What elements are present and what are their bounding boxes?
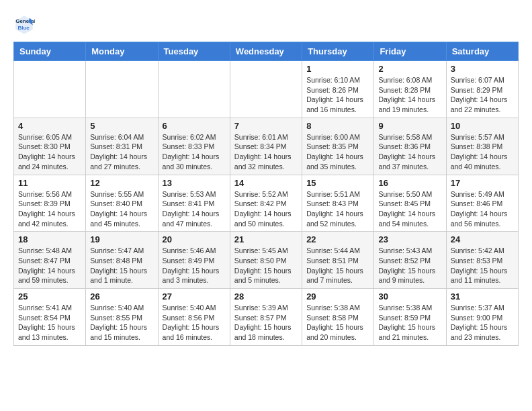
calendar-cell: 3Sunrise: 6:07 AM Sunset: 8:29 PM Daylig…: [446, 61, 518, 118]
day-number: 9: [378, 121, 441, 131]
logo: General Blue: [13, 13, 38, 35]
calendar-cell: 8Sunrise: 6:00 AM Sunset: 8:35 PM Daylig…: [302, 118, 374, 175]
day-info: Sunrise: 5:38 AM Sunset: 8:58 PM Dayligh…: [306, 303, 369, 342]
calendar-week-row: 1Sunrise: 6:10 AM Sunset: 8:26 PM Daylig…: [14, 61, 519, 118]
day-number: 8: [306, 121, 369, 131]
calendar-week-row: 25Sunrise: 5:41 AM Sunset: 8:54 PM Dayli…: [14, 289, 519, 346]
calendar-cell: 20Sunrise: 5:46 AM Sunset: 8:49 PM Dayli…: [158, 232, 230, 289]
calendar-cell: 9Sunrise: 5:58 AM Sunset: 8:36 PM Daylig…: [374, 118, 446, 175]
calendar-cell: 11Sunrise: 5:56 AM Sunset: 8:39 PM Dayli…: [14, 175, 86, 232]
day-info: Sunrise: 6:04 AM Sunset: 8:31 PM Dayligh…: [90, 132, 153, 172]
calendar-week-row: 11Sunrise: 5:56 AM Sunset: 8:39 PM Dayli…: [14, 175, 519, 232]
calendar-cell: 26Sunrise: 5:40 AM Sunset: 8:55 PM Dayli…: [86, 289, 158, 346]
day-number: 21: [234, 234, 298, 244]
day-number: 12: [90, 178, 153, 188]
calendar-cell: 18Sunrise: 5:48 AM Sunset: 8:47 PM Dayli…: [14, 232, 86, 289]
day-number: 4: [18, 121, 81, 131]
day-info: Sunrise: 6:10 AM Sunset: 8:26 PM Dayligh…: [306, 75, 369, 115]
day-info: Sunrise: 5:39 AM Sunset: 8:57 PM Dayligh…: [234, 303, 298, 342]
day-number: 14: [234, 178, 298, 188]
day-info: Sunrise: 5:50 AM Sunset: 8:45 PM Dayligh…: [378, 189, 441, 229]
day-info: Sunrise: 5:42 AM Sunset: 8:53 PM Dayligh…: [451, 246, 514, 285]
day-number: 26: [90, 291, 153, 302]
day-number: 20: [163, 234, 226, 244]
calendar-cell: 30Sunrise: 5:38 AM Sunset: 8:59 PM Dayli…: [374, 289, 446, 346]
calendar-cell: 5Sunrise: 6:04 AM Sunset: 8:31 PM Daylig…: [86, 118, 158, 175]
day-number: 6: [163, 121, 226, 131]
day-info: Sunrise: 5:40 AM Sunset: 8:56 PM Dayligh…: [163, 303, 226, 342]
weekday-header-thursday: Thursday: [302, 42, 374, 61]
page-header: General Blue: [13, 13, 519, 35]
day-info: Sunrise: 5:56 AM Sunset: 8:39 PM Dayligh…: [18, 189, 81, 229]
day-number: 30: [378, 291, 441, 302]
calendar-cell: 21Sunrise: 5:45 AM Sunset: 8:50 PM Dayli…: [230, 232, 302, 289]
day-info: Sunrise: 6:01 AM Sunset: 8:34 PM Dayligh…: [234, 132, 298, 172]
day-number: 24: [451, 234, 514, 244]
calendar-cell: 25Sunrise: 5:41 AM Sunset: 8:54 PM Dayli…: [14, 289, 86, 346]
weekday-header-tuesday: Tuesday: [158, 42, 230, 61]
day-number: 28: [234, 291, 298, 302]
calendar-cell: 31Sunrise: 5:37 AM Sunset: 9:00 PM Dayli…: [446, 289, 518, 346]
day-info: Sunrise: 5:53 AM Sunset: 8:41 PM Dayligh…: [163, 189, 226, 229]
weekday-header-sunday: Sunday: [14, 42, 86, 61]
day-number: 13: [163, 178, 226, 188]
day-info: Sunrise: 5:41 AM Sunset: 8:54 PM Dayligh…: [18, 303, 81, 342]
day-number: 22: [306, 234, 369, 244]
day-number: 17: [451, 178, 514, 188]
day-number: 23: [378, 234, 441, 244]
calendar-cell: 27Sunrise: 5:40 AM Sunset: 8:56 PM Dayli…: [158, 289, 230, 346]
weekday-header-wednesday: Wednesday: [230, 42, 302, 61]
day-info: Sunrise: 5:38 AM Sunset: 8:59 PM Dayligh…: [378, 303, 441, 342]
calendar-cell: 1Sunrise: 6:10 AM Sunset: 8:26 PM Daylig…: [302, 61, 374, 118]
weekday-header-saturday: Saturday: [446, 42, 518, 61]
day-info: Sunrise: 5:51 AM Sunset: 8:43 PM Dayligh…: [306, 189, 369, 229]
day-number: 7: [234, 121, 298, 131]
calendar-cell: 10Sunrise: 5:57 AM Sunset: 8:38 PM Dayli…: [446, 118, 518, 175]
calendar-cell: 2Sunrise: 6:08 AM Sunset: 8:28 PM Daylig…: [374, 61, 446, 118]
day-number: 10: [451, 121, 514, 131]
calendar-cell: [158, 61, 230, 118]
day-info: Sunrise: 5:55 AM Sunset: 8:40 PM Dayligh…: [90, 189, 153, 229]
day-number: 2: [378, 64, 441, 74]
calendar-cell: 7Sunrise: 6:01 AM Sunset: 8:34 PM Daylig…: [230, 118, 302, 175]
calendar-cell: 24Sunrise: 5:42 AM Sunset: 8:53 PM Dayli…: [446, 232, 518, 289]
day-info: Sunrise: 6:07 AM Sunset: 8:29 PM Dayligh…: [451, 75, 514, 115]
weekday-header-friday: Friday: [374, 42, 446, 61]
day-number: 19: [90, 234, 153, 244]
calendar-cell: 14Sunrise: 5:52 AM Sunset: 8:42 PM Dayli…: [230, 175, 302, 232]
day-number: 29: [306, 291, 369, 302]
calendar-table: SundayMondayTuesdayWednesdayThursdayFrid…: [13, 42, 519, 346]
day-info: Sunrise: 5:46 AM Sunset: 8:49 PM Dayligh…: [163, 246, 226, 285]
calendar-cell: [230, 61, 302, 118]
calendar-cell: 4Sunrise: 6:05 AM Sunset: 8:30 PM Daylig…: [14, 118, 86, 175]
day-info: Sunrise: 5:58 AM Sunset: 8:36 PM Dayligh…: [378, 132, 441, 172]
day-info: Sunrise: 5:57 AM Sunset: 8:38 PM Dayligh…: [451, 132, 514, 172]
day-number: 11: [18, 178, 81, 188]
calendar-cell: [14, 61, 86, 118]
day-info: Sunrise: 6:05 AM Sunset: 8:30 PM Dayligh…: [18, 132, 81, 172]
day-info: Sunrise: 5:45 AM Sunset: 8:50 PM Dayligh…: [234, 246, 298, 285]
day-number: 27: [163, 291, 226, 302]
day-number: 1: [306, 64, 369, 74]
svg-text:Blue: Blue: [17, 25, 30, 31]
calendar-cell: 19Sunrise: 5:47 AM Sunset: 8:48 PM Dayli…: [86, 232, 158, 289]
calendar-cell: 17Sunrise: 5:49 AM Sunset: 8:46 PM Dayli…: [446, 175, 518, 232]
day-number: 18: [18, 234, 81, 244]
day-info: Sunrise: 5:47 AM Sunset: 8:48 PM Dayligh…: [90, 246, 153, 285]
calendar-cell: 6Sunrise: 6:02 AM Sunset: 8:33 PM Daylig…: [158, 118, 230, 175]
day-number: 15: [306, 178, 369, 188]
calendar-cell: 28Sunrise: 5:39 AM Sunset: 8:57 PM Dayli…: [230, 289, 302, 346]
day-info: Sunrise: 5:52 AM Sunset: 8:42 PM Dayligh…: [234, 189, 298, 229]
calendar-cell: 13Sunrise: 5:53 AM Sunset: 8:41 PM Dayli…: [158, 175, 230, 232]
day-number: 16: [378, 178, 441, 188]
day-info: Sunrise: 5:49 AM Sunset: 8:46 PM Dayligh…: [451, 189, 514, 229]
calendar-cell: 29Sunrise: 5:38 AM Sunset: 8:58 PM Dayli…: [302, 289, 374, 346]
day-info: Sunrise: 5:43 AM Sunset: 8:52 PM Dayligh…: [378, 246, 441, 285]
logo-icon: General Blue: [13, 13, 35, 35]
calendar-week-row: 4Sunrise: 6:05 AM Sunset: 8:30 PM Daylig…: [14, 118, 519, 175]
calendar-cell: 15Sunrise: 5:51 AM Sunset: 8:43 PM Dayli…: [302, 175, 374, 232]
day-number: 5: [90, 121, 153, 131]
calendar-header-row: SundayMondayTuesdayWednesdayThursdayFrid…: [14, 42, 519, 61]
day-number: 25: [18, 291, 81, 302]
day-number: 31: [451, 291, 514, 302]
